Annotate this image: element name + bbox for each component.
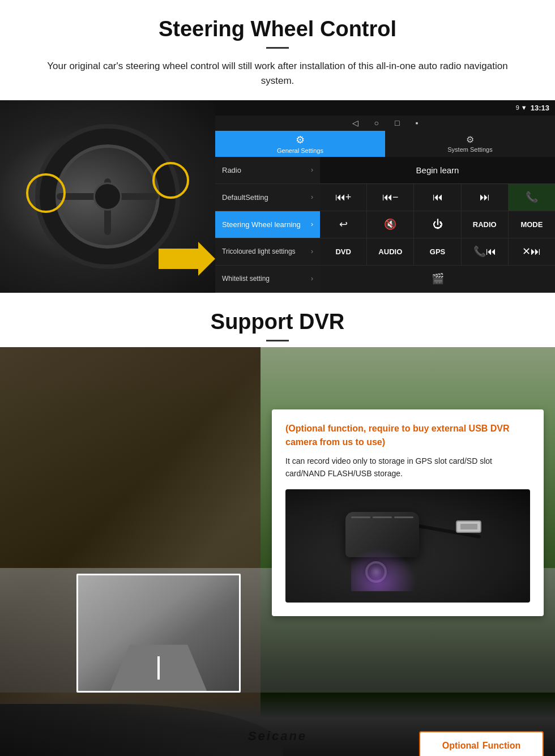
general-settings-icon: ⚙ [296,134,305,146]
dvr-thumbnail-image [76,574,241,693]
ui-status-bar: 9 ▼ 13:13 [215,100,555,116]
dvr-info-box: (Optional function, require to buy exter… [272,409,544,616]
dvr-info-text: It can record video only to storage in G… [285,455,530,480]
status-time: 13:13 [531,104,549,112]
camera-vents [351,516,413,518]
section2-header: Support DVR [0,293,555,347]
chevron-right-icon2: › [311,193,313,201]
btn-gps[interactable]: GPS [414,238,461,265]
menu-icon[interactable]: ▪ [415,118,418,127]
settings-menu: Radio › DefaultSetting › Steering Wheel … [215,157,320,293]
sw-arrow [159,242,215,276]
dvr-image-area: (Optional function, require to buy exter… [0,347,555,756]
btn-phone[interactable]: 📞 [509,184,555,211]
dvr-camera-image [285,489,530,603]
menu-item-whitelist[interactable]: Whitelist setting › [215,266,320,293]
signal-icons: 9 ▼ [516,104,527,111]
usb-connector [456,520,481,533]
chevron-right-icon4: › [311,247,313,255]
menu-radio-label: Radio [222,166,241,174]
camera-lens [365,561,387,583]
menu-item-tricoloured[interactable]: Tricoloured light settings › [215,238,320,266]
steering-wheel-hub [93,182,122,211]
sw-highlight-circle-right [152,162,189,199]
seicane-brand-area: Seicane [248,729,307,744]
ui-nav-bar: ◁ ○ □ ▪ [215,116,555,131]
btn-phone-prev[interactable]: 📞⏮ [462,238,509,265]
begin-learn-area: Begin learn [320,157,555,184]
dvr-thumbnail-inner [78,575,239,691]
home-icon[interactable]: ○ [374,118,379,127]
begin-learn-label[interactable]: Begin learn [416,165,459,175]
control-row-4: 🎬 [320,266,555,293]
ui-content-area: Radio › DefaultSetting › Steering Wheel … [215,157,555,293]
back-icon[interactable]: ◁ [352,118,358,127]
menu-item-steering-wheel[interactable]: Steering Wheel learning › [215,211,320,238]
btn-vol-up[interactable]: ⏮+ [320,184,367,211]
btn-mute[interactable]: 🔇 [367,211,414,238]
recents-icon[interactable]: □ [395,118,399,127]
chevron-right-icon3: › [311,220,313,228]
section1-title: Steering Wheel Control [23,17,532,41]
section1-description: Your original car's steering wheel contr… [34,59,521,88]
general-settings-label: General Settings [277,147,323,154]
dvr-optional-title: (Optional function, require to buy exter… [285,422,530,449]
menu-whitelist-label: Whitelist setting [222,275,270,283]
camera-body [345,512,419,557]
menu-steering-label: Steering Wheel learning [222,220,301,229]
section2-title: Support DVR [0,310,555,334]
system-settings-label: System Settings [447,146,492,153]
btn-prev-track[interactable]: ⏮ [414,184,461,211]
section1-steering-wheel: Steering Wheel Control Your original car… [0,0,555,88]
control-row-3: DVD AUDIO GPS 📞⏮ ✕⏭ [320,238,555,266]
btn-radio[interactable]: RADIO [462,211,509,238]
thumbnail-road-line [157,656,160,680]
btn-next-track[interactable]: ⏭ [462,184,509,211]
menu-item-radio[interactable]: Radio › [215,157,320,184]
section1-divider [266,47,289,49]
ui-tab-bar: ⚙ General Settings ⚙ System Settings [215,131,555,157]
menu-item-default-setting[interactable]: DefaultSetting › [215,184,320,211]
section2-divider [266,340,289,341]
chevron-right-icon5: › [311,275,313,283]
menu-tricoloured-label: Tricoloured light settings [222,247,296,255]
tab-general-settings[interactable]: ⚙ General Settings [215,131,385,157]
steering-wheel-image-area: 9 ▼ 13:13 ◁ ○ □ ▪ ⚙ General Settings ⚙ S… [0,100,555,293]
ui-control-panel: Begin learn ⏮+ ⏮− ⏮ ⏭ 📞 ↩ 🔇 ⏻ RADIO MODE [320,157,555,293]
btn-vol-down[interactable]: ⏮− [367,184,414,211]
btn-extra[interactable]: 🎬 [320,266,555,292]
btn-mode[interactable]: MODE [509,211,555,238]
btn-back[interactable]: ↩ [320,211,367,238]
btn-dvd[interactable]: DVD [320,238,367,265]
system-settings-icon: ⚙ [466,134,474,145]
optional-label: Optional [442,741,479,751]
optional-function-button[interactable]: Optional Function [419,731,544,756]
steering-wheel-photo [0,100,215,293]
control-row-1: ⏮+ ⏮− ⏮ ⏭ 📞 [320,184,555,211]
btn-skip[interactable]: ✕⏭ [509,238,555,265]
chevron-right-icon: › [311,166,313,174]
btn-audio[interactable]: AUDIO [367,238,414,265]
menu-default-label: DefaultSetting [222,193,268,202]
control-row-2: ↩ 🔇 ⏻ RADIO MODE [320,211,555,238]
sw-highlight-circle-left [26,173,66,213]
android-ui-panel: 9 ▼ 13:13 ◁ ○ □ ▪ ⚙ General Settings ⚙ S… [215,100,555,293]
btn-power[interactable]: ⏻ [414,211,461,238]
seicane-watermark: Seicane [248,729,307,743]
tab-system-settings[interactable]: ⚙ System Settings [385,131,555,157]
function-label: Function [483,741,521,751]
section2-dvr: Support DVR (Optional function, require … [0,293,555,756]
camera-assembly [334,501,481,591]
